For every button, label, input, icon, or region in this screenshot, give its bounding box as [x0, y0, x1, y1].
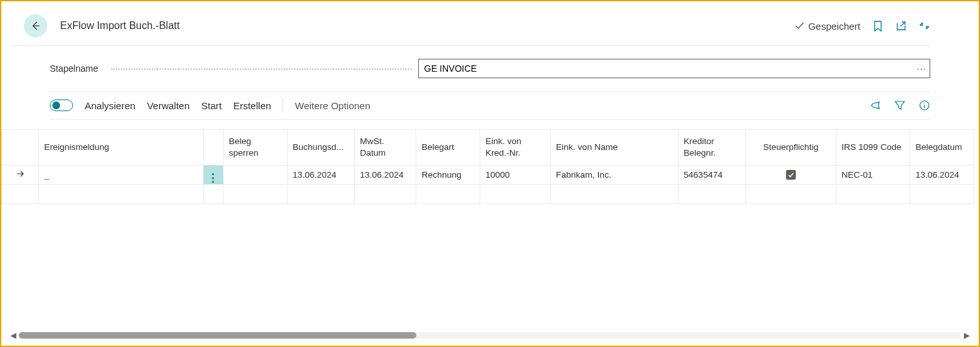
col-mwst-datum[interactable]: MwSt. Datum [354, 130, 416, 165]
back-button[interactable] [24, 14, 47, 37]
batch-label-wrap: Stapelname [50, 63, 418, 74]
popout-button[interactable] [895, 20, 907, 32]
scroll-right-button[interactable]: ▶ [964, 331, 970, 340]
tab-manage[interactable]: Verwalten [147, 100, 189, 111]
col-ereignismeldung[interactable]: Ereignismeldung [39, 130, 204, 165]
bookmark-icon [872, 20, 884, 32]
toolbar-divider [282, 98, 283, 112]
header-row: Ereignismeldung Beleg sperren Buchungsd.… [2, 130, 974, 165]
analyze-toggle[interactable] [50, 100, 73, 111]
toggle-knob [52, 101, 60, 109]
table-row[interactable]: _ 13.06.2024 13.06.2024 Rechnung 10000 F… [2, 165, 974, 185]
toolbar-right [869, 100, 930, 111]
batch-label: Stapelname [50, 63, 98, 74]
tab-start[interactable]: Start [201, 100, 222, 111]
dotted-leader [111, 68, 412, 70]
cell-irs[interactable]: NEC-01 [836, 165, 910, 185]
batch-input-wrap: ··· [418, 59, 930, 78]
col-beleg-sperren[interactable]: Beleg sperren [223, 130, 287, 165]
collapse-icon [919, 20, 930, 32]
popout-icon [895, 20, 907, 32]
batch-field-row: Stapelname ··· [50, 46, 930, 92]
page-header: ExFlow Import Buch.-Blatt Gespeichert [11, 1, 930, 46]
filter-icon [894, 100, 906, 111]
cell-buchungsdatum[interactable]: 13.06.2024 [287, 165, 354, 185]
scroll-left-button[interactable]: ◀ [10, 331, 16, 340]
info-button[interactable] [919, 100, 930, 111]
scroll-thumb[interactable] [19, 332, 416, 339]
cell-name[interactable]: Fabrikam, Inc. [551, 165, 678, 185]
cell-beleg-sperren[interactable] [223, 165, 287, 185]
cell-belegart[interactable]: Rechnung [416, 165, 480, 185]
cell-kred-nr[interactable]: 10000 [480, 165, 550, 185]
tab-analyze[interactable]: Analysieren [85, 100, 135, 111]
bookmark-button[interactable] [872, 20, 884, 32]
cell-steuer[interactable] [745, 165, 836, 185]
saved-indicator: Gespeichert [794, 21, 860, 32]
toolbar: Analysieren Verwalten Start Erstellen We… [50, 92, 930, 120]
vertical-dots-icon [212, 173, 214, 183]
col-irs-code[interactable]: IRS 1099 Code [836, 130, 910, 165]
more-options[interactable]: Weitere Optionen [295, 100, 370, 111]
col-buchungsdatum[interactable]: Buchungsd... [287, 130, 354, 165]
batch-input[interactable] [418, 59, 930, 78]
col-selector[interactable] [2, 130, 39, 165]
col-row-menu[interactable] [203, 130, 223, 165]
check-icon [787, 171, 794, 178]
horizontal-scrollbar[interactable]: ◀ ▶ [10, 331, 970, 339]
col-belegdatum[interactable]: Belegdatum [910, 130, 974, 165]
info-icon [919, 100, 930, 111]
cell-mwst-datum[interactable]: 13.06.2024 [354, 165, 416, 185]
col-kred-nr[interactable]: Eink. von Kred.-Nr. [480, 130, 550, 165]
collapse-button[interactable] [919, 20, 930, 32]
share-button[interactable] [869, 100, 881, 111]
tax-checkbox[interactable] [786, 170, 796, 180]
grid: Ereignismeldung Beleg sperren Buchungsd.… [1, 129, 979, 204]
col-belegart[interactable]: Belegart [416, 130, 480, 165]
ereignis-value: _ [44, 170, 49, 180]
cell-kred-beleg[interactable]: 54635474 [678, 165, 745, 185]
row-selector[interactable] [2, 165, 39, 185]
scroll-track[interactable] [19, 332, 961, 339]
col-kred-belegnr[interactable]: Kreditor Belegnr. [678, 130, 745, 165]
cell-ereignis[interactable]: _ [39, 165, 204, 185]
arrow-right-icon [15, 169, 25, 179]
tab-create[interactable]: Erstellen [233, 100, 271, 111]
saved-label: Gespeichert [808, 21, 860, 32]
page-title: ExFlow Import Buch.-Blatt [60, 20, 180, 32]
col-eink-name[interactable]: Eink. von Name [551, 130, 678, 165]
batch-lookup-button[interactable]: ··· [917, 63, 926, 74]
arrow-left-icon [29, 19, 42, 32]
checkmark-icon [794, 21, 805, 31]
data-table: Ereignismeldung Beleg sperren Buchungsd.… [1, 129, 974, 204]
row-menu-button[interactable] [203, 165, 223, 185]
filter-button[interactable] [894, 100, 906, 111]
cell-belegdatum[interactable]: 13.06.2024 [910, 165, 974, 185]
header-actions: Gespeichert [794, 20, 930, 32]
table-row-empty[interactable] [2, 185, 974, 204]
col-steuerpflichtig[interactable]: Steuerpflichtig [745, 130, 836, 165]
share-icon [869, 100, 881, 111]
